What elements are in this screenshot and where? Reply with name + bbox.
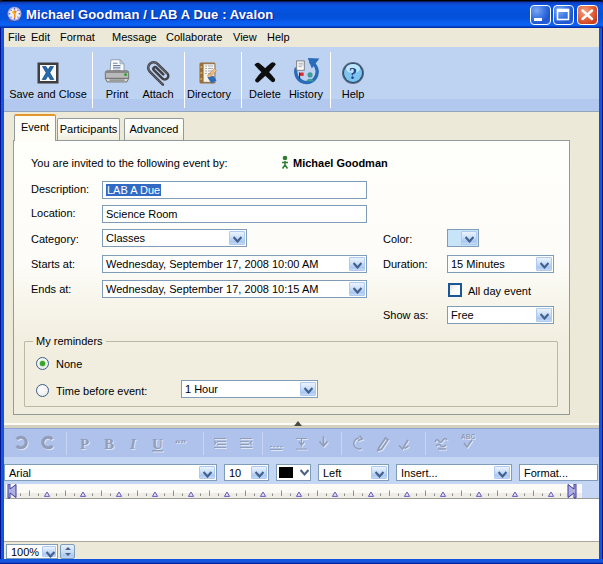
svg-text:“”: “”: [175, 437, 186, 449]
svg-text:ABC: ABC: [461, 433, 475, 440]
svg-text:U: U: [152, 436, 163, 452]
svg-text:?: ?: [349, 65, 357, 82]
svg-text:I: I: [129, 436, 137, 452]
svg-text:B: B: [104, 436, 114, 452]
svg-text:P: P: [80, 436, 89, 452]
